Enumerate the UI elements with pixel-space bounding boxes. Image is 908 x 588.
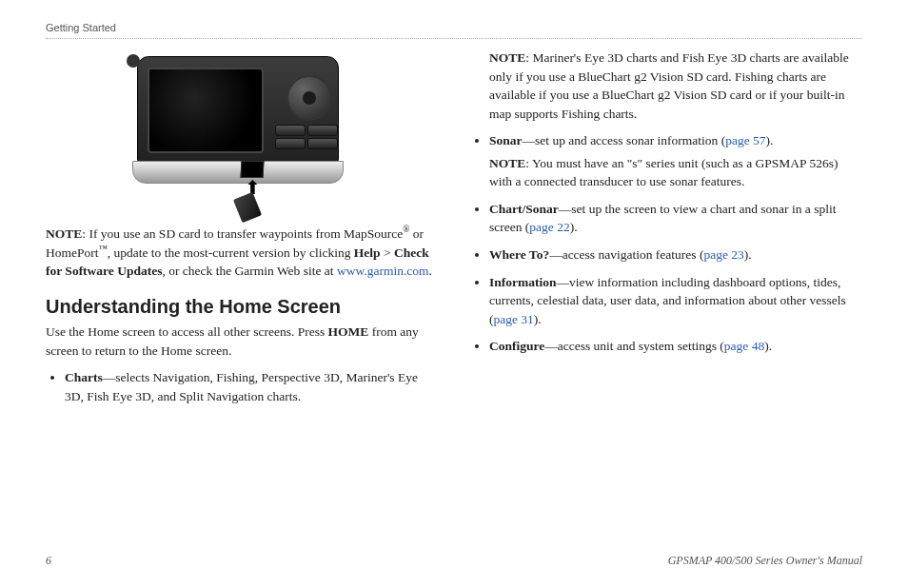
right-note-paragraph: NOTE: Mariner's Eye 3D charts and Fish E… [489,49,862,123]
feature-configure: Configure—access unit and system setting… [489,337,862,356]
sd-note-paragraph: NOTE: If you use an SD card to transfer … [46,224,438,281]
page-link-48[interactable]: page 48 [724,339,764,353]
page-link-23[interactable]: page 23 [703,247,743,262]
intro-paragraph: Use the Home screen to access all other … [46,323,438,360]
feature-chart-sonar: Chart/Sonar—set up the screen to view a … [489,200,862,237]
page-link-31[interactable]: page 31 [494,312,534,326]
left-column: ⬆ NOTE: If you use an SD card to transfe… [46,49,438,415]
manual-title: GPSMAP 400/500 Series Owner's Manual [668,553,862,569]
sonar-note: NOTE: You must have an "s" series unit (… [489,154,862,191]
right-column: NOTE: Mariner's Eye 3D charts and Fish E… [470,49,862,415]
feature-information: Information—view information including d… [489,273,862,329]
page-number: 6 [46,553,51,569]
page-link-57[interactable]: page 57 [725,133,765,147]
section-heading: Understanding the Home Screen [46,293,438,321]
device-illustration: ⬆ [46,49,438,216]
feature-sonar: Sonar—set up and access sonar informatio… [489,131,862,191]
note-label: NOTE [46,225,82,240]
feature-where-to: Where To?—access navigation features (pa… [489,245,862,265]
garmin-url-link[interactable]: www.garmin.com [337,264,429,278]
page-link-22[interactable]: page 22 [529,220,569,234]
feature-charts: Charts—selects Navigation, Fishing, Pers… [65,368,438,405]
page-footer: 6 GPSMAP 400/500 Series Owner's Manual [46,553,862,569]
chapter-heading: Getting Started [46,21,862,39]
